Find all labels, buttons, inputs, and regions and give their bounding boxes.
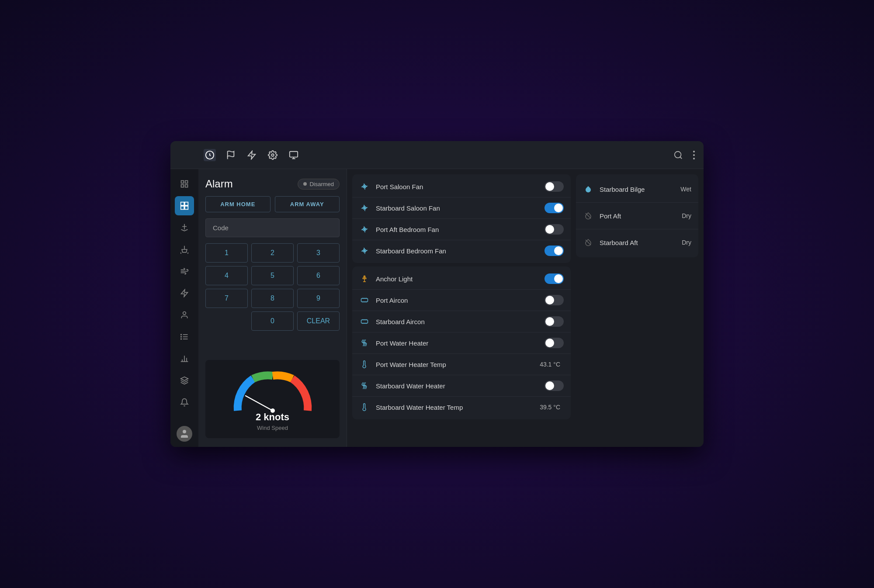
list-item: Starboard Water Heater Temp 39.5 °C bbox=[352, 397, 571, 418]
num-0-button[interactable]: 0 bbox=[251, 311, 294, 331]
list-item: Starboard Aft Dry bbox=[576, 229, 698, 256]
starboard-water-heater-temp-label: Starboard Water Heater Temp bbox=[376, 404, 534, 411]
starboard-saloon-fan-toggle[interactable] bbox=[545, 203, 564, 213]
num-6-button[interactable]: 6 bbox=[297, 266, 340, 285]
fan-icon bbox=[359, 224, 370, 235]
list-item: Starboard Bedroom Fan bbox=[352, 240, 571, 261]
sidebar-item-person[interactable] bbox=[175, 305, 194, 325]
num-4-button[interactable]: 4 bbox=[205, 266, 248, 285]
port-aft-bedroom-fan-label: Port Aft Bedroom Fan bbox=[376, 226, 538, 233]
sidebar-item-layers[interactable] bbox=[175, 371, 194, 390]
sidebar-item-boat[interactable] bbox=[175, 218, 194, 237]
svg-rect-13 bbox=[181, 202, 184, 206]
list-item: Starboard Water Heater bbox=[352, 375, 571, 397]
port-aft-label: Port Aft bbox=[600, 212, 676, 220]
num-9-button[interactable]: 9 bbox=[297, 289, 340, 308]
right-section: Starboard Bilge Wet Port Aft Dry bbox=[576, 169, 704, 447]
port-water-heater-toggle[interactable] bbox=[545, 338, 564, 348]
list-item: Port Aft Bedroom Fan bbox=[352, 219, 571, 240]
svg-line-31 bbox=[246, 396, 273, 411]
svg-rect-4 bbox=[290, 151, 298, 157]
port-saloon-fan-label: Port Saloon Fan bbox=[376, 183, 538, 190]
lightning-icon[interactable] bbox=[246, 149, 258, 161]
port-aircon-toggle[interactable] bbox=[545, 295, 564, 305]
svg-rect-12 bbox=[181, 185, 184, 187]
code-input-display[interactable]: Code bbox=[205, 218, 340, 237]
svg-marker-17 bbox=[181, 290, 188, 297]
num-1-button[interactable]: 1 bbox=[205, 243, 248, 263]
switches-panel: Port Saloon Fan bbox=[347, 169, 576, 447]
arm-away-button[interactable]: ARM AWAY bbox=[275, 196, 340, 212]
list-item: Port Water Heater bbox=[352, 332, 571, 354]
top-bar-actions bbox=[672, 149, 697, 161]
alarm-title: Alarm bbox=[205, 178, 233, 190]
avatar[interactable] bbox=[177, 426, 192, 442]
more-menu-button[interactable] bbox=[691, 149, 697, 161]
alarm-panel: Alarm Disarmed ARM HOME ARM AWAY Code 1 … bbox=[198, 169, 347, 447]
num-3-button[interactable]: 3 bbox=[297, 243, 340, 263]
num-2-button[interactable]: 2 bbox=[251, 243, 294, 263]
flag-icon[interactable] bbox=[225, 149, 237, 161]
fan-icon bbox=[359, 203, 370, 213]
port-water-heater-temp-value: 43.1 °C bbox=[540, 361, 560, 368]
clear-button[interactable]: CLEAR bbox=[297, 311, 340, 331]
anchor-light-toggle[interactable] bbox=[545, 273, 564, 284]
sidebar-item-wind[interactable] bbox=[175, 262, 194, 281]
sidebar-item-ship[interactable] bbox=[175, 240, 194, 259]
drop-icon bbox=[583, 184, 593, 194]
temp-icon bbox=[359, 402, 370, 412]
list-item: Port Saloon Fan bbox=[352, 176, 571, 197]
lights-card: Anchor Light bbox=[352, 266, 571, 419]
display-icon[interactable] bbox=[288, 149, 300, 161]
drop-off-icon bbox=[583, 237, 593, 248]
numpad: 1 2 3 4 5 6 7 8 9 0 CLEAR bbox=[205, 243, 340, 331]
svg-point-30 bbox=[183, 430, 186, 433]
starboard-aircon-toggle[interactable] bbox=[545, 316, 564, 327]
list-item: Port Aft Dry bbox=[576, 203, 698, 229]
drop-off-icon bbox=[583, 211, 593, 221]
list-item: Port Aircon bbox=[352, 290, 571, 311]
starboard-aft-label: Starboard Aft bbox=[600, 239, 676, 246]
sidebar-item-dashboard[interactable] bbox=[175, 174, 194, 194]
main-layout: Alarm Disarmed ARM HOME ARM AWAY Code 1 … bbox=[170, 169, 704, 447]
num-7-button[interactable]: 7 bbox=[205, 289, 248, 308]
wind-label: Wind Speed bbox=[257, 425, 288, 431]
speedometer-icon[interactable] bbox=[204, 149, 216, 161]
port-aircon-label: Port Aircon bbox=[376, 297, 538, 304]
sidebar-item-bell[interactable] bbox=[175, 393, 194, 412]
sidebar-item-chart[interactable] bbox=[175, 349, 194, 368]
svg-line-8 bbox=[680, 157, 682, 159]
heater-icon bbox=[359, 380, 370, 391]
sidebar-item-list[interactable] bbox=[175, 327, 194, 346]
num-5-button[interactable]: 5 bbox=[251, 266, 294, 285]
list-item: Anchor Light bbox=[352, 268, 571, 290]
search-icon[interactable] bbox=[672, 149, 684, 161]
svg-point-23 bbox=[181, 336, 182, 337]
settings-icon[interactable] bbox=[267, 149, 279, 161]
starboard-bedroom-fan-toggle[interactable] bbox=[545, 246, 564, 256]
sensors-panel: Starboard Bilge Wet Port Aft Dry bbox=[576, 174, 698, 257]
arm-home-button[interactable]: ARM HOME bbox=[205, 196, 271, 212]
starboard-water-heater-toggle[interactable] bbox=[545, 380, 564, 391]
sidebar-item-lightning[interactable] bbox=[175, 284, 194, 303]
list-item: Starboard Aircon bbox=[352, 311, 571, 332]
starboard-aft-status: Dry bbox=[682, 239, 691, 246]
svg-rect-38 bbox=[361, 298, 368, 302]
svg-point-24 bbox=[181, 339, 182, 339]
content-area: Alarm Disarmed ARM HOME ARM AWAY Code 1 … bbox=[198, 169, 704, 447]
svg-point-7 bbox=[675, 151, 681, 158]
svg-rect-14 bbox=[185, 202, 188, 206]
starboard-bilge-status: Wet bbox=[680, 186, 691, 193]
starboard-bilge-label: Starboard Bilge bbox=[600, 186, 674, 193]
port-aft-bedroom-fan-toggle[interactable] bbox=[545, 224, 564, 235]
port-water-heater-temp-label: Port Water Heater Temp bbox=[376, 361, 534, 368]
ac-icon bbox=[359, 316, 370, 327]
sidebar-item-grid[interactable] bbox=[175, 196, 194, 215]
fans-card: Port Saloon Fan bbox=[352, 174, 571, 263]
disarmed-badge: Disarmed bbox=[298, 179, 340, 190]
list-item: Starboard Bilge Wet bbox=[576, 176, 698, 203]
disarmed-label: Disarmed bbox=[309, 181, 334, 187]
sidebar bbox=[170, 169, 198, 447]
num-8-button[interactable]: 8 bbox=[251, 289, 294, 308]
port-saloon-fan-toggle[interactable] bbox=[545, 181, 564, 192]
